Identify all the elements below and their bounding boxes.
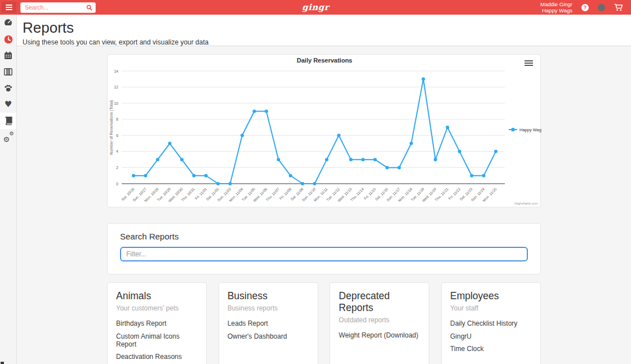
- status-avatar-icon[interactable]: [598, 4, 605, 11]
- daily-reservations-chart-panel: Daily Reservations02468101214Number of R…: [107, 54, 541, 207]
- report-category-card: BusinessBusiness reportsLeads ReportOwne…: [219, 282, 318, 364]
- svg-text:14: 14: [114, 69, 118, 73]
- sidebar-item-favorites[interactable]: ♥: [0, 96, 16, 113]
- report-link[interactable]: Birthdays Report: [116, 319, 198, 327]
- calendar-icon: [4, 51, 12, 60]
- svg-text:2: 2: [116, 166, 118, 170]
- card-subtitle: Your customers' pets: [116, 304, 198, 312]
- sidebar-item-reports-active[interactable]: [0, 31, 16, 47]
- svg-text:Highcharts.com: Highcharts.com: [514, 202, 538, 205]
- cart-icon[interactable]: [614, 3, 623, 12]
- svg-text:12: 12: [114, 85, 118, 89]
- card-title: Business: [228, 290, 309, 302]
- report-category-card: AnimalsYour customers' petsBirthdays Rep…: [107, 282, 207, 364]
- search-reports-title: Search Reports: [120, 232, 528, 241]
- svg-text:8: 8: [116, 117, 118, 121]
- daily-reservations-chart[interactable]: Daily Reservations02468101214Number of R…: [108, 55, 541, 208]
- partial-cutoff-icon: [1, 362, 4, 364]
- card-title: Animals: [116, 290, 198, 302]
- report-link[interactable]: Weight Report (Download): [339, 331, 420, 339]
- svg-text:4: 4: [116, 149, 118, 153]
- sidebar-item-dashboard[interactable]: [0, 15, 16, 31]
- gears-icon: ⚙⚙: [3, 132, 14, 143]
- sidebar-item-calendar[interactable]: [0, 47, 16, 64]
- sidebar-item-settings[interactable]: ⚙⚙: [0, 129, 16, 145]
- paw-icon: [3, 84, 13, 92]
- heart-icon: ♥: [5, 100, 12, 109]
- dashboard-gauge-icon: [3, 18, 13, 28]
- card-subtitle: Your staff: [450, 304, 532, 312]
- report-category-card: EmployeesYour staffDaily Checklist Histo…: [441, 282, 541, 364]
- card-subtitle: Business reports: [228, 304, 309, 312]
- page-subtitle: Using these tools you can view, export a…: [23, 38, 631, 46]
- sidebar-item-lodging[interactable]: [0, 64, 16, 80]
- sidebar-nav: ♥ ⚙⚙: [0, 15, 17, 364]
- svg-text:Thu. 11/14: Thu. 11/14: [349, 187, 365, 202]
- app-header: gingr Maddie Gingr Happy Wags ?: [0, 0, 631, 15]
- report-link[interactable]: Leads Report: [228, 319, 309, 327]
- svg-text:Number of Reservations (Total): Number of Reservations (Total): [109, 100, 114, 155]
- global-search-input[interactable]: [24, 3, 86, 11]
- card-title: Employees: [450, 290, 532, 302]
- svg-text:0: 0: [116, 182, 118, 186]
- report-link[interactable]: Owner's Dashboard: [228, 332, 309, 340]
- page-header: Reports Using these tools you can view, …: [17, 15, 631, 46]
- global-search-box: [20, 2, 96, 13]
- report-cards-grid: AnimalsYour customers' petsBirthdays Rep…: [107, 282, 541, 364]
- gingr-logo: gingr: [302, 2, 329, 12]
- report-link[interactable]: GingrU: [450, 332, 532, 340]
- page-title: Reports: [23, 19, 631, 37]
- report-category-card: Deprecated ReportsOutdated reportsWeight…: [330, 282, 429, 364]
- user-account-label[interactable]: Maddie Gingr Happy Wags: [540, 1, 572, 14]
- svg-text:Daily Reservations: Daily Reservations: [297, 57, 352, 64]
- help-icon[interactable]: ?: [581, 4, 589, 11]
- svg-text:Thu. 11/21: Thu. 11/21: [434, 187, 449, 202]
- report-link[interactable]: Custom Animal Icons Report: [116, 332, 198, 348]
- svg-text:Happy Wags: Happy Wags: [519, 127, 541, 132]
- user-name: Maddie Gingr: [540, 1, 572, 7]
- report-link[interactable]: Time Clock: [450, 345, 532, 353]
- chart-export-menu-icon[interactable]: [525, 60, 533, 67]
- report-link[interactable]: Daily Checklist History: [450, 319, 532, 327]
- search-icon[interactable]: [86, 5, 92, 11]
- location-name: Happy Wags: [540, 7, 572, 14]
- book-icon: [5, 117, 12, 125]
- card-subtitle: Outdated reports: [339, 316, 420, 324]
- clock-icon: [4, 35, 13, 44]
- svg-text:6: 6: [116, 134, 118, 137]
- menu-hamburger-button[interactable]: [2, 2, 16, 13]
- main-area: Reports Using these tools you can view, …: [17, 0, 631, 364]
- svg-text:10: 10: [114, 101, 118, 105]
- search-reports-panel: Search Reports: [107, 223, 541, 274]
- report-filter-input[interactable]: [120, 247, 528, 261]
- report-link[interactable]: Deactivation Reasons: [116, 353, 198, 361]
- card-title: Deprecated Reports: [339, 290, 420, 314]
- kennel-columns-icon: [4, 68, 12, 76]
- svg-text:Thu. 11/07: Thu. 11/07: [265, 187, 280, 202]
- sidebar-item-animals[interactable]: [0, 80, 16, 96]
- sidebar-item-reports-library[interactable]: [0, 113, 16, 129]
